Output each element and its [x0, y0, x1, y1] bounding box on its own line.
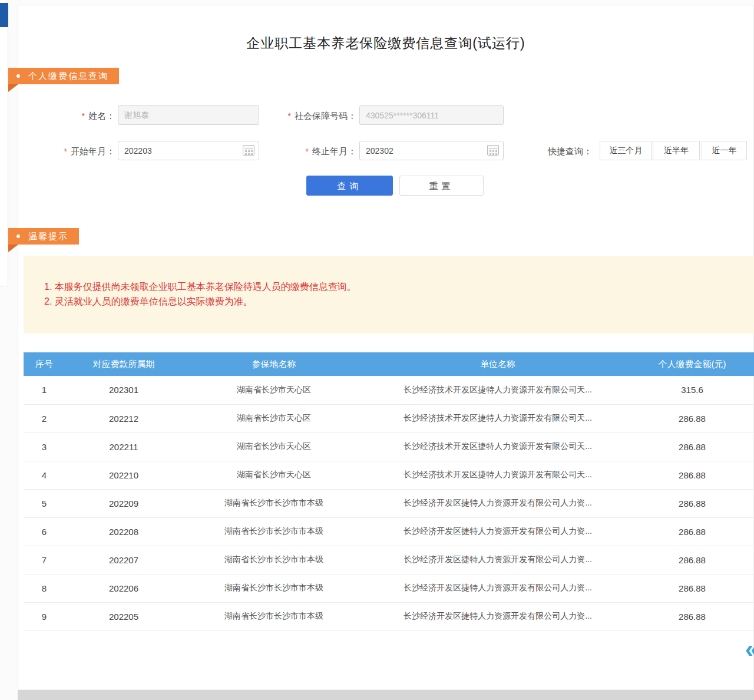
- table-row: 2202212湖南省长沙市天心区长沙经济技术开发区捷特人力资源开发有限公司天..…: [24, 404, 754, 432]
- table-cell: 202212: [65, 404, 183, 432]
- end-month-input[interactable]: [359, 141, 504, 160]
- table-cell: 长沙经济开发区捷特人力资源开发有限公司人力资...: [365, 489, 630, 517]
- table-row: 7202207湖南省长沙市长沙市市本级长沙经济开发区捷特人力资源开发有限公司人力…: [24, 546, 754, 574]
- name-label: *姓名：: [53, 111, 115, 122]
- table-row: 1202301湖南省长沙市天心区长沙经济技术开发区捷特人力资源开发有限公司天..…: [24, 376, 754, 404]
- table-cell: 湖南省长沙市天心区: [183, 376, 365, 404]
- quick-query-label: 快捷查询：: [548, 146, 596, 157]
- tips-line: 1. 本服务仅提供尚未领取企业职工基本养老保险待遇人员的缴费信息查询。: [44, 279, 754, 294]
- table-cell: 202301: [65, 376, 183, 404]
- name-field: [118, 105, 259, 125]
- table-cell: 286.88: [630, 546, 754, 574]
- calendar-icon[interactable]: [487, 145, 499, 156]
- table-cell: 湖南省长沙市天心区: [183, 432, 365, 461]
- table-cell: 9: [24, 602, 65, 630]
- table-cell: 286.88: [630, 517, 754, 546]
- table-cell: 286.88: [630, 574, 754, 602]
- bullet-dot-icon: [16, 235, 20, 238]
- table-cell: 286.88: [630, 404, 754, 432]
- table-cell: 长沙经济开发区捷特人力资源开发有限公司人力资...: [365, 602, 630, 630]
- table-cell: 长沙经济开发区捷特人力资源开发有限公司人力资...: [365, 574, 630, 602]
- table-cell: 1: [24, 376, 65, 404]
- table-cell: 202206: [65, 574, 183, 602]
- table-header-cell: 参保地名称: [183, 352, 365, 376]
- table-cell: 286.88: [630, 602, 754, 630]
- table-body: 1202301湖南省长沙市天心区长沙经济技术开发区捷特人力资源开发有限公司天..…: [24, 376, 754, 630]
- bottom-scrollbar-strip[interactable]: [18, 690, 754, 700]
- table-cell: 长沙经济开发区捷特人力资源开发有限公司人力资...: [365, 546, 630, 574]
- table-cell: 8: [24, 574, 65, 602]
- table-cell: 长沙经济技术开发区捷特人力资源开发有限公司天...: [365, 376, 630, 404]
- table-cell: 6: [24, 517, 65, 546]
- table-header-row: 序号对应费款所属期参保地名称单位名称个人缴费金额(元): [24, 352, 754, 376]
- table-header-cell: 单位名称: [365, 352, 630, 376]
- table-cell: 2: [24, 404, 65, 432]
- quick-query-last-year-button[interactable]: 近一年: [702, 141, 747, 160]
- table-cell: 湖南省长沙市长沙市市本级: [183, 546, 365, 574]
- left-rail: [0, 0, 8, 286]
- table-cell: 长沙经济技术开发区捷特人力资源开发有限公司天...: [365, 404, 630, 432]
- required-asterisk: *: [82, 111, 85, 121]
- table-cell: 3: [24, 432, 65, 461]
- table-header-cell: 个人缴费金额(元): [630, 352, 754, 376]
- table-cell: 202207: [65, 546, 183, 574]
- left-rail-active-block: [0, 3, 8, 27]
- table-cell: 202205: [65, 602, 183, 630]
- table-cell: 5: [24, 489, 65, 517]
- table-cell: 315.6: [630, 376, 754, 404]
- tips-line: 2. 灵活就业人员的缴费单位信息以实际缴费为准。: [44, 294, 754, 309]
- table-row: 8202206湖南省长沙市长沙市市本级长沙经济开发区捷特人力资源开发有限公司人力…: [24, 574, 754, 602]
- table-cell: 4: [24, 461, 65, 489]
- table-row: 5202209湖南省长沙市长沙市市本级长沙经济开发区捷特人力资源开发有限公司人力…: [24, 489, 754, 517]
- end-month-label: *终止年月：: [289, 146, 356, 157]
- required-asterisk: *: [288, 111, 291, 121]
- table-row: 9202205湖南省长沙市长沙市市本级长沙经济开发区捷特人力资源开发有限公司人力…: [24, 602, 754, 630]
- start-month-input[interactable]: [118, 141, 259, 160]
- table-cell: 286.88: [630, 432, 754, 461]
- table-cell: 湖南省长沙市长沙市市本级: [183, 574, 365, 602]
- table-cell: 长沙经济技术开发区捷特人力资源开发有限公司天...: [365, 432, 630, 461]
- table-row: 3202211湖南省长沙市天心区长沙经济技术开发区捷特人力资源开发有限公司天..…: [24, 432, 754, 461]
- query-button[interactable]: 查询: [306, 176, 393, 196]
- bullet-dot-icon: [16, 74, 20, 78]
- required-asterisk: *: [306, 147, 309, 156]
- table-cell: 7: [24, 546, 65, 574]
- quick-query-last-half-year-button[interactable]: 近半年: [653, 141, 700, 160]
- reset-button[interactable]: 重置: [399, 176, 484, 196]
- table-cell: 湖南省长沙市长沙市市本级: [183, 489, 365, 517]
- table-cell: 长沙经济开发区捷特人力资源开发有限公司人力资...: [365, 517, 630, 546]
- table-row: 4202210湖南省长沙市天心区长沙经济技术开发区捷特人力资源开发有限公司天..…: [24, 461, 754, 489]
- table-cell: 286.88: [630, 461, 754, 489]
- table-cell: 202211: [65, 432, 183, 461]
- start-month-label: *开始年月：: [44, 146, 115, 157]
- section-badge-personal-payment-query: 个人缴费信息查询: [8, 68, 119, 84]
- table-cell: 长沙经济技术开发区捷特人力资源开发有限公司天...: [365, 461, 630, 489]
- section-badge-label: 个人缴费信息查询: [28, 71, 108, 82]
- table-cell: 湖南省长沙市天心区: [183, 404, 365, 432]
- table-cell: 202209: [65, 489, 183, 517]
- table-cell: 286.88: [630, 489, 754, 517]
- tips-notice-box: 1. 本服务仅提供尚未领取企业职工基本养老保险待遇人员的缴费信息查询。 2. 灵…: [24, 256, 754, 334]
- table-cell: 202210: [65, 461, 183, 489]
- ssn-field: [359, 105, 504, 125]
- calendar-icon[interactable]: [243, 145, 254, 156]
- table-header-cell: 序号: [24, 352, 65, 376]
- collapse-double-chevron-icon[interactable]: «: [745, 638, 754, 661]
- payment-records-table: 序号对应费款所属期参保地名称单位名称个人缴费金额(元) 1202301湖南省长沙…: [24, 352, 754, 631]
- table-row: 6202208湖南省长沙市长沙市市本级长沙经济开发区捷特人力资源开发有限公司人力…: [24, 517, 754, 546]
- ssn-label: *社会保障号码：: [268, 111, 356, 122]
- required-asterisk: *: [64, 147, 67, 156]
- section-badge-label: 温馨提示: [28, 231, 68, 242]
- table-cell: 湖南省长沙市长沙市市本级: [183, 517, 365, 546]
- table-cell: 湖南省长沙市天心区: [183, 461, 365, 489]
- section-badge-tips: 温馨提示: [8, 228, 79, 245]
- table-cell: 湖南省长沙市长沙市市本级: [183, 602, 365, 630]
- quick-query-last-3-months-button[interactable]: 近三个月: [600, 141, 652, 160]
- table-cell: 202208: [65, 517, 183, 546]
- page-title: 企业职工基本养老保险缴费信息查询(试运行): [18, 34, 754, 52]
- table-header-cell: 对应费款所属期: [65, 352, 183, 376]
